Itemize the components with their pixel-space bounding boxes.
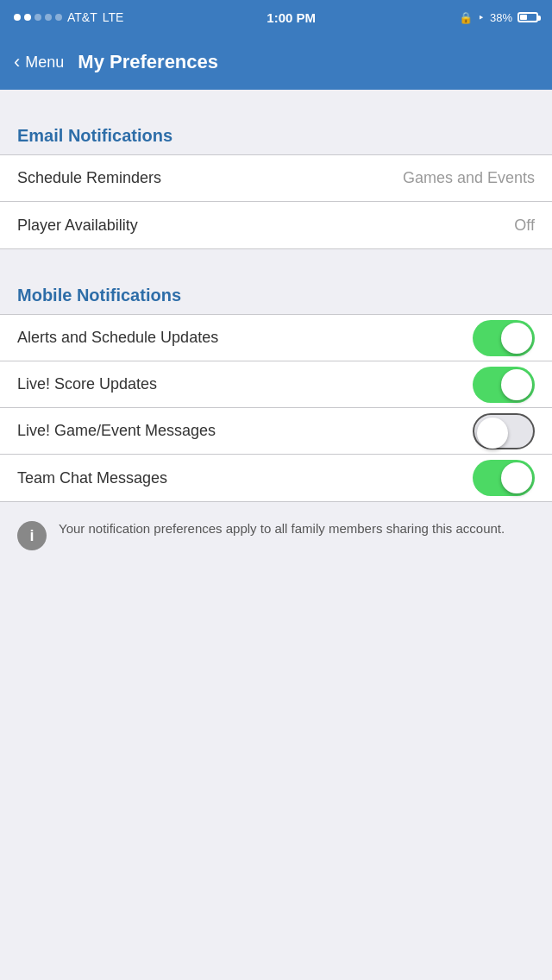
email-table-group: Schedule Reminders Games and Events Play… <box>0 154 552 249</box>
team-chat-toggle[interactable] <box>473 460 535 496</box>
dot-4 <box>45 14 52 21</box>
mobile-section-header: Mobile Notifications <box>0 273 552 314</box>
status-left: AT&T LTE <box>14 10 123 24</box>
dot-3 <box>34 14 41 21</box>
nav-bar: ‹ Menu My Preferences <box>0 35 552 90</box>
signal-dots <box>14 14 62 21</box>
live-game-row: Live! Game/Event Messages <box>0 408 552 455</box>
info-icon: i <box>17 521 47 550</box>
network-label: LTE <box>103 10 124 24</box>
dot-5 <box>55 14 62 21</box>
status-right: 🔒 ‣ 38% <box>459 11 538 24</box>
status-time: 1:00 PM <box>267 10 316 25</box>
team-chat-label: Team Chat Messages <box>17 469 167 487</box>
spacer-1 <box>0 90 552 114</box>
spacer-2 <box>0 249 552 273</box>
mobile-section-title: Mobile Notifications <box>17 286 181 305</box>
schedule-reminders-row[interactable]: Schedule Reminders Games and Events <box>0 155 552 202</box>
toggle-knob-2 <box>501 369 532 400</box>
alerts-schedule-row: Alerts and Schedule Updates <box>0 315 552 361</box>
lock-icon: 🔒 <box>459 11 473 24</box>
status-bar: AT&T LTE 1:00 PM 🔒 ‣ 38% <box>0 0 552 35</box>
toggle-knob <box>501 323 532 354</box>
mobile-table-group: Alerts and Schedule Updates Live! Score … <box>0 314 552 502</box>
back-label: Menu <box>25 53 64 72</box>
carrier-label: AT&T <box>67 10 97 24</box>
info-section: i Your notification preferences apply to… <box>0 502 552 568</box>
schedule-reminders-label: Schedule Reminders <box>17 169 161 187</box>
live-game-toggle[interactable] <box>473 413 535 449</box>
toggle-knob-4 <box>501 462 532 493</box>
page-title: My Preferences <box>78 51 218 73</box>
alerts-schedule-label: Alerts and Schedule Updates <box>17 329 218 347</box>
player-availability-value: Off <box>514 217 535 235</box>
battery-icon <box>518 12 538 22</box>
live-score-toggle[interactable] <box>473 367 535 403</box>
live-score-row: Live! Score Updates <box>0 361 552 408</box>
battery-fill <box>520 15 527 20</box>
schedule-reminders-value: Games and Events <box>403 169 535 187</box>
live-score-label: Live! Score Updates <box>17 375 157 393</box>
dot-1 <box>14 14 21 21</box>
info-text: Your notification preferences apply to a… <box>59 519 505 539</box>
info-letter: i <box>29 527 34 545</box>
email-section-header: Email Notifications <box>0 114 552 154</box>
location-icon: ‣ <box>478 11 485 24</box>
toggle-knob-3 <box>477 418 508 449</box>
team-chat-row: Team Chat Messages <box>0 455 552 501</box>
battery-percent: 38% <box>490 11 512 24</box>
player-availability-label: Player Availability <box>17 217 138 235</box>
content: Email Notifications Schedule Reminders G… <box>0 90 552 568</box>
alerts-schedule-toggle[interactable] <box>473 320 535 356</box>
dot-2 <box>24 14 31 21</box>
email-section-title: Email Notifications <box>17 126 172 145</box>
player-availability-row[interactable]: Player Availability Off <box>0 202 552 248</box>
live-game-label: Live! Game/Event Messages <box>17 422 216 440</box>
chevron-left-icon: ‹ <box>14 53 20 72</box>
back-button[interactable]: ‹ Menu <box>14 53 64 72</box>
